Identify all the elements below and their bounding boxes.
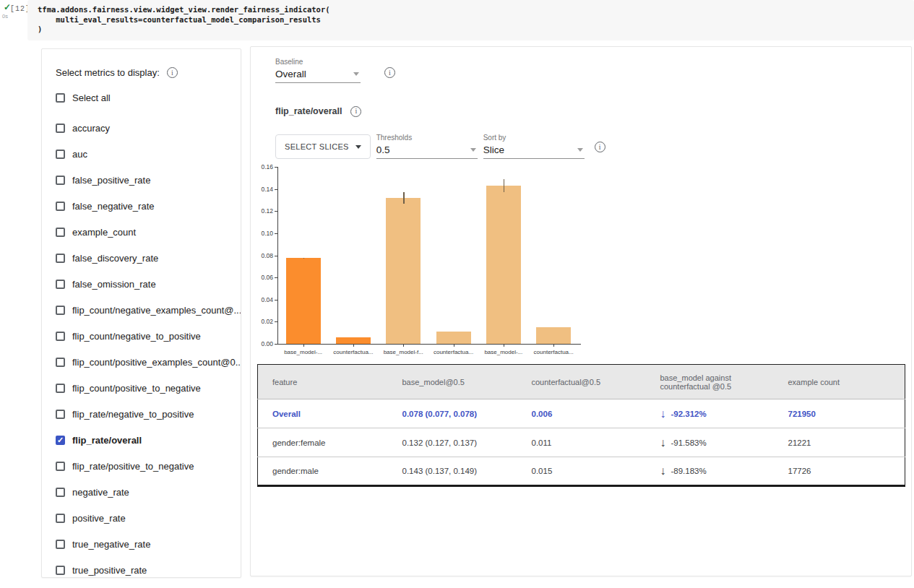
delta-wrap: ↓-91.583% — [660, 437, 769, 449]
metric-item-false-discovery-rate[interactable]: false_discovery_rate — [42, 245, 241, 271]
sort-by-label: Sort by — [483, 134, 585, 143]
metric-item-example-count[interactable]: example_count — [42, 219, 241, 245]
checkbox-icon[interactable] — [56, 280, 65, 289]
cell-gutter: ✓ 0s [12] — [0, 0, 27, 40]
metric-item-false-negative-rate[interactable]: false_negative_rate — [42, 193, 241, 219]
checkbox-icon[interactable] — [56, 202, 65, 211]
table-header-cell: example count — [774, 365, 905, 399]
metric-item-accuracy[interactable]: accuracy — [42, 115, 241, 141]
bar-base-model-0[interactable] — [286, 258, 321, 344]
metric-label: false_discovery_rate — [72, 253, 158, 264]
checkbox-icon[interactable] — [56, 462, 65, 471]
metric-label: false_negative_rate — [72, 201, 154, 212]
metric-label: example_count — [72, 227, 136, 238]
cell-duration: 0s — [2, 13, 8, 20]
y-tick-label: 0.04 — [254, 296, 273, 303]
select-slices-label: SELECT SLICES — [285, 142, 349, 151]
bar-counterfactua-1[interactable] — [336, 337, 371, 344]
checkbox-icon[interactable] — [56, 566, 65, 575]
baseline-select[interactable]: Baseline Overall — [275, 58, 361, 83]
metrics-info-icon[interactable] — [167, 67, 178, 78]
thresholds-select[interactable]: Thresholds 0.5 — [376, 134, 478, 159]
metric-label: flip_count/positive_examples_count@0... — [72, 357, 241, 368]
metric-item-flip-rate-overall[interactable]: flip_rate/overall — [42, 427, 241, 453]
checkbox-icon[interactable] — [56, 488, 65, 497]
metric-item-auc[interactable]: auc — [42, 141, 241, 167]
select-slices-button[interactable]: SELECT SLICES — [275, 134, 371, 159]
code-editor-area[interactable]: tfma.addons.fairness.view.widget_view.re… — [27, 0, 914, 40]
delta-cell-td: ↓-91.583% — [646, 428, 774, 457]
checkbox-icon[interactable] — [56, 176, 65, 185]
bar-counterfactua-5[interactable] — [536, 327, 571, 344]
table-header-row: featurebase_model@0.5counterfactual@0.5b… — [258, 365, 905, 399]
metric-item-flip-count-positive-examples-count-0[interactable]: flip_count/positive_examples_count@0... — [42, 349, 241, 375]
metric-item-true-negative-rate[interactable]: true_negative_rate — [42, 531, 241, 557]
metric-label: false_omission_rate — [72, 279, 156, 290]
metric-item-positive-rate[interactable]: positive_rate — [42, 505, 241, 531]
metrics-panel-title: Select metrics to display: — [56, 67, 160, 78]
metric-item-true-positive-rate[interactable]: true_positive_rate — [42, 557, 241, 578]
checkbox-icon[interactable] — [56, 93, 65, 103]
checkbox-icon[interactable] — [56, 384, 65, 393]
x-tick-mark — [353, 344, 354, 347]
sort-by-select[interactable]: Sort by Slice — [483, 134, 585, 159]
bar-base-model-f-2[interactable] — [386, 198, 421, 344]
y-axis-line — [277, 167, 278, 344]
metric-item-flip-count-negative-examples-count[interactable]: flip_count/negative_examples_count@... — [42, 297, 241, 323]
checkbox-icon[interactable] — [56, 540, 65, 549]
bar-base-model-4[interactable] — [486, 186, 521, 344]
checkbox-icon[interactable] — [56, 228, 65, 237]
baseline-label: Baseline — [275, 58, 361, 67]
sort-by-value: Slice — [483, 144, 504, 155]
x-tick-label: counterfactua... — [523, 349, 584, 355]
y-tick-label: 0.14 — [254, 186, 273, 193]
chevron-down-icon — [353, 72, 359, 76]
metric-item-flip-rate-positive-to-negative[interactable]: flip_rate/positive_to_negative — [42, 453, 241, 479]
metric-label: positive_rate — [72, 513, 126, 524]
counterfactual-cell: 0.006 — [517, 399, 646, 428]
error-bar — [403, 192, 405, 203]
base-model-cell: 0.143 (0.137, 0.149) — [388, 457, 517, 486]
checkbox-icon[interactable] — [56, 358, 65, 367]
bar-counterfactua-3[interactable] — [436, 332, 471, 344]
checkbox-icon[interactable] — [56, 150, 65, 159]
checkbox-icon[interactable] — [56, 254, 65, 263]
y-tick-label: 0.08 — [254, 252, 273, 259]
metric-item-flip-count-positive-to-negative[interactable]: flip_count/positive_to_negative — [42, 375, 241, 401]
code-text[interactable]: tfma.addons.fairness.view.widget_view.re… — [27, 0, 914, 35]
fairness-indicator-panel: Baseline Overall flip_rate/overall SELEC… — [250, 46, 912, 576]
table-header-cell: feature — [258, 365, 388, 399]
x-axis-line — [277, 344, 581, 345]
metric-item-false-omission-rate[interactable]: false_omission_rate — [42, 271, 241, 297]
checkbox-icon[interactable] — [56, 124, 65, 133]
controls-info-icon[interactable] — [595, 142, 605, 152]
y-tick-label: 0.12 — [254, 207, 273, 215]
metric-info-icon[interactable] — [350, 106, 361, 117]
metric-item-flip-count-negative-to-positive[interactable]: flip_count/negative_to_positive — [42, 323, 241, 349]
delta-value: -89.183% — [671, 467, 707, 475]
example-count-cell: 721950 — [774, 399, 905, 428]
example-count-cell: 21221 — [774, 428, 905, 457]
metric-label: flip_rate/negative_to_positive — [72, 409, 194, 420]
chevron-down-icon — [577, 148, 583, 152]
thresholds-label: Thresholds — [376, 134, 478, 143]
metric-item-select-all[interactable]: Select all — [42, 85, 241, 111]
checkbox-icon[interactable] — [56, 306, 65, 315]
metric-item-flip-rate-negative-to-positive[interactable]: flip_rate/negative_to_positive — [42, 401, 241, 427]
y-tick-label: 0.06 — [254, 274, 273, 281]
checkbox-icon[interactable] — [56, 514, 65, 523]
y-tick-label: 0.02 — [254, 318, 273, 325]
metric-item-negative-rate[interactable]: negative_rate — [42, 479, 241, 505]
metrics-list: Select allaccuracyaucfalse_positive_rate… — [42, 85, 241, 578]
baseline-info-icon[interactable] — [384, 67, 395, 78]
metric-item-false-positive-rate[interactable]: false_positive_rate — [42, 167, 241, 193]
chevron-down-icon — [470, 148, 476, 152]
checkbox-icon[interactable] — [56, 332, 65, 341]
decrease-arrow-icon: ↓ — [660, 408, 666, 420]
base-model-cell: 0.078 (0.077, 0.078) — [388, 399, 517, 428]
checkbox-icon[interactable] — [56, 410, 65, 419]
checkbox-checked-icon[interactable] — [56, 436, 65, 445]
metric-section-title: flip_rate/overall — [275, 106, 342, 116]
counterfactual-cell: 0.015 — [517, 457, 646, 486]
feature-cell: gender:male — [258, 457, 388, 486]
